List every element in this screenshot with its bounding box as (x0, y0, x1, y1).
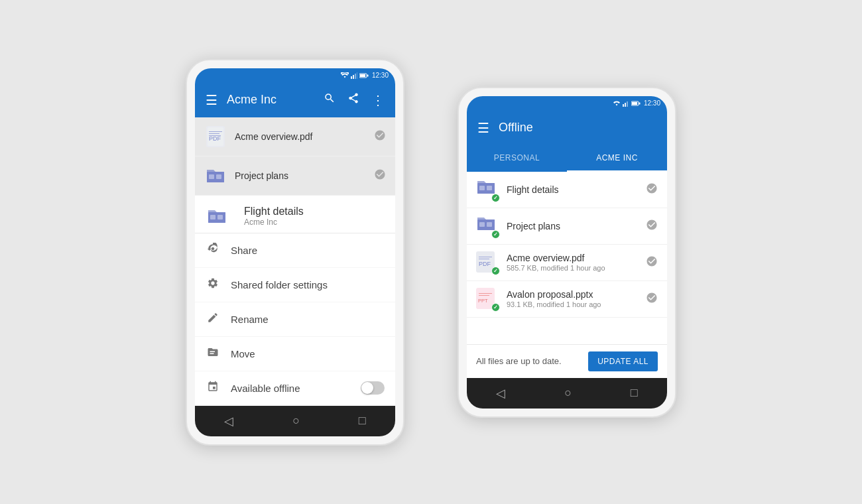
offline-item-info-4: Avalon proposal.pptx 93.1 KB, modified 1… (507, 289, 646, 308)
offline-badge-1: ✓ (491, 194, 500, 202)
more-icon-1[interactable]: ⋮ (369, 90, 387, 111)
app-bar-2: ☰ Offline (467, 111, 667, 145)
offline-badge-2: ✓ (491, 230, 500, 239)
spacer (467, 318, 667, 344)
file-item-pdf[interactable]: PDF Acme overview.pdf (195, 117, 395, 157)
phone-2-screen: 12:30 ☰ Offline PERSONAL ACME INC ✓ (467, 96, 667, 409)
toggle-knob (361, 382, 373, 394)
offline-item-name-3: Acme overview.pdf (507, 253, 646, 263)
rename-label: Rename (231, 314, 269, 325)
app-bar-1: ☰ Acme Inc ⋮ (195, 83, 395, 117)
status-icons-2 (613, 100, 641, 107)
svg-rect-21 (639, 102, 640, 104)
offline-item-avalon[interactable]: PPT ✓ Avalon proposal.pptx 93.1 KB, modi… (467, 281, 667, 318)
menu-icon-1[interactable]: ☰ (203, 90, 220, 111)
offline-pdf-icon: PDF ✓ (476, 251, 499, 274)
svg-text:PDF: PDF (209, 135, 221, 142)
move-label: Move (231, 348, 255, 359)
recent-button-1[interactable]: □ (359, 414, 366, 428)
offline-item-info-3: Acme overview.pdf 585.7 KB, modified 1 h… (507, 253, 646, 272)
context-header: Flight details Acme Inc (195, 196, 395, 233)
share-label: Share (231, 245, 257, 256)
context-share[interactable]: Share (195, 233, 395, 268)
svg-rect-18 (627, 101, 628, 107)
offline-toggle[interactable] (361, 381, 385, 395)
rename-icon (206, 312, 220, 327)
file-name-pdf: Acme overview.pdf (235, 131, 374, 142)
offline-item-meta-4: 93.1 KB, modified 1 hour ago (507, 300, 646, 308)
svg-rect-1 (353, 75, 354, 79)
offline-item-name-1: Flight details (507, 184, 646, 195)
tab-personal[interactable]: PERSONAL (467, 145, 567, 172)
nav-bar-2: ◁ ○ □ (467, 378, 667, 409)
context-menu: Flight details Acme Inc Share Shared fol… (195, 196, 395, 406)
home-button-2[interactable]: ○ (564, 386, 572, 400)
context-folder-settings[interactable]: Shared folder settings (195, 268, 395, 302)
up-to-date-text: All files are up to date. (476, 356, 562, 366)
share-icon-1[interactable] (345, 90, 362, 110)
svg-rect-17 (625, 103, 626, 107)
offline-badge-3: ✓ (491, 267, 500, 275)
offline-item-meta-3: 585.7 KB, modified 1 hour ago (507, 264, 646, 272)
offline-folder-icon-1: ✓ (476, 178, 499, 201)
offline-item-name-4: Avalon proposal.pptx (507, 289, 646, 300)
app-bar-title-1: Acme Inc (227, 93, 314, 107)
status-icons-1 (341, 72, 369, 79)
svg-rect-5 (360, 74, 365, 77)
settings-menu-icon (206, 277, 220, 292)
svg-rect-24 (487, 186, 492, 190)
svg-rect-20 (632, 102, 637, 105)
svg-rect-14 (210, 215, 216, 220)
offline-icon (206, 381, 220, 396)
time-2: 12:30 (644, 99, 660, 107)
update-all-button[interactable]: UPDATE ALL (588, 351, 658, 371)
offline-check-2 (646, 219, 658, 233)
phone-2: 12:30 ☰ Offline PERSONAL ACME INC ✓ (458, 87, 676, 418)
context-offline[interactable]: Available offline (195, 371, 395, 406)
context-title-block: Flight details Acme Inc (244, 206, 304, 227)
back-button-1[interactable]: ◁ (224, 414, 233, 428)
phone-1: 12:30 ☰ Acme Inc ⋮ PDF (186, 59, 404, 446)
offline-item-acme-pdf[interactable]: PDF ✓ Acme overview.pdf 585.7 KB, modifi… (467, 245, 667, 281)
nav-bar-1: ◁ ○ □ (195, 406, 395, 436)
bottom-bar: All files are up to date. UPDATE ALL (467, 344, 667, 378)
offline-pptx-icon: PPT ✓ (476, 288, 499, 310)
offline-label: Available offline (231, 383, 300, 394)
svg-text:PPT: PPT (478, 298, 488, 304)
search-icon-1[interactable] (321, 90, 338, 110)
offline-item-project[interactable]: ✓ Project plans (467, 208, 667, 245)
offline-badge-4: ✓ (491, 303, 500, 312)
context-rename[interactable]: Rename (195, 302, 395, 337)
context-subtitle: Acme Inc (244, 218, 304, 227)
file-check-pdf (374, 129, 386, 144)
app-bar-title-2: Offline (499, 121, 659, 135)
file-item-folder[interactable]: Project plans (195, 157, 395, 196)
back-button-2[interactable]: ◁ (496, 386, 505, 401)
recent-button-2[interactable]: □ (631, 386, 638, 400)
tabs-bar: PERSONAL ACME INC (467, 145, 667, 172)
offline-item-flight[interactable]: ✓ Flight details (467, 172, 667, 208)
svg-rect-16 (623, 104, 624, 107)
offline-check-1 (646, 182, 658, 197)
offline-check-3 (646, 255, 658, 270)
svg-rect-15 (217, 215, 223, 220)
menu-icon-2[interactable]: ☰ (475, 117, 492, 139)
pdf-icon: PDF (204, 125, 227, 148)
tab-acme-inc[interactable]: ACME INC (567, 145, 667, 172)
svg-rect-2 (355, 74, 356, 79)
svg-rect-6 (367, 74, 368, 76)
svg-rect-26 (479, 222, 485, 227)
home-button-1[interactable]: ○ (292, 414, 300, 428)
svg-rect-0 (351, 76, 352, 79)
file-name-folder: Project plans (235, 170, 374, 181)
share-menu-icon (206, 243, 220, 258)
offline-item-info-1: Flight details (507, 184, 646, 195)
offline-item-name-2: Project plans (507, 221, 646, 231)
move-icon (206, 346, 220, 361)
context-move[interactable]: Move (195, 337, 395, 371)
status-bar-1: 12:30 (195, 68, 395, 83)
svg-rect-3 (357, 72, 357, 79)
file-check-folder (374, 168, 386, 183)
svg-rect-27 (487, 222, 492, 227)
svg-text:PDF: PDF (479, 261, 491, 267)
